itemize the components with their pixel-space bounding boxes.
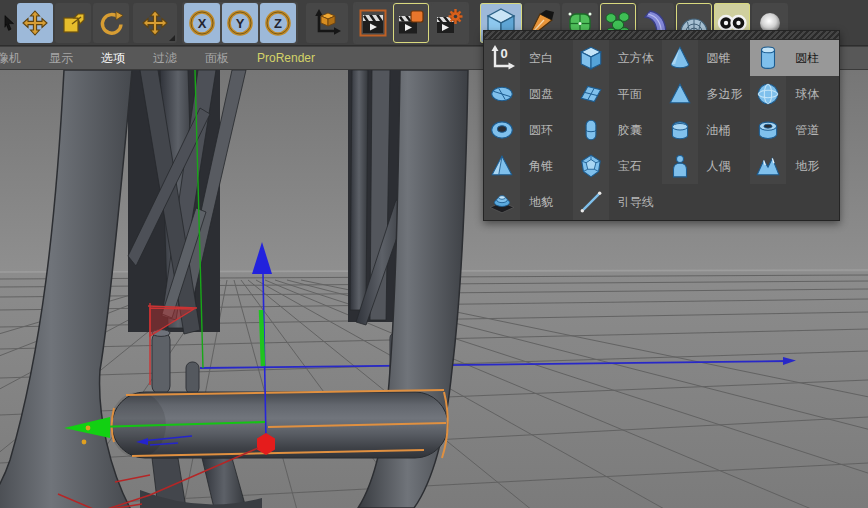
menu-filter[interactable]: 过滤: [153, 50, 177, 67]
selection-arrow-icon: [0, 9, 16, 37]
rotate-tool-button[interactable]: [93, 3, 129, 43]
render-picture-viewer-icon: [396, 8, 426, 38]
primitive-label: 人偶: [698, 158, 731, 175]
primitive-label: 平面: [609, 86, 642, 103]
primitive-item-cone[interactable]: 圆锥: [662, 40, 751, 76]
primitive-item-disc[interactable]: 圆盘: [484, 76, 573, 112]
primitive-item-plane[interactable]: 平面: [573, 76, 662, 112]
move-icon: [141, 9, 169, 37]
null-axis-icon: 0: [484, 40, 520, 76]
primitive-label: 圆盘: [520, 86, 553, 103]
primitives-palette: 0 空白 立方体: [483, 30, 840, 221]
coordinate-system-icon: [312, 8, 342, 38]
primitive-item-null[interactable]: 0 空白: [484, 40, 573, 76]
rotate-icon: [97, 9, 125, 37]
x-letter: X: [198, 16, 207, 31]
cube-icon: [573, 40, 609, 76]
figure-icon: [662, 148, 698, 184]
primitive-label: 圆环: [520, 122, 553, 139]
y-letter: Y: [236, 16, 245, 31]
platonic-icon: [573, 148, 609, 184]
palette-empty-cell: [662, 184, 751, 220]
guide-icon: [573, 184, 609, 220]
primitive-item-cylinder[interactable]: 圆柱: [750, 40, 839, 76]
primitive-item-landscape[interactable]: 地形: [750, 148, 839, 184]
primitives-grid: 0 空白 立方体: [484, 40, 839, 220]
primitive-label: 多边形: [698, 86, 743, 103]
menu-prorender[interactable]: ProRender: [257, 51, 315, 65]
primitive-label: 宝石: [609, 158, 642, 175]
move-icon: [21, 9, 49, 37]
pyramid-icon: [484, 148, 520, 184]
lock-x-axis-button[interactable]: X: [184, 3, 220, 43]
cone-icon: [662, 40, 698, 76]
relief-icon: [484, 184, 520, 220]
y-axis-icon: Y: [225, 8, 255, 38]
primitive-item-relief[interactable]: 地貌: [484, 184, 573, 220]
live-selection-tool[interactable]: [0, 3, 16, 43]
primitive-item-sphere[interactable]: 球体: [750, 76, 839, 112]
menu-panel[interactable]: 面板: [205, 50, 229, 67]
oil-tank-icon: [662, 112, 698, 148]
primitive-label: 角锥: [520, 158, 553, 175]
svg-text:0: 0: [500, 46, 507, 61]
palette-drag-handle[interactable]: [484, 31, 839, 40]
lock-y-axis-button[interactable]: Y: [222, 3, 258, 43]
torus-icon: [484, 112, 520, 148]
primitive-item-oil-tank[interactable]: 油桶: [662, 112, 751, 148]
primitive-label: 立方体: [609, 50, 654, 67]
edit-render-settings-button[interactable]: [431, 3, 467, 43]
primitive-label: 圆柱: [786, 50, 819, 67]
render-view-icon: [358, 8, 388, 38]
primitive-item-tube[interactable]: 管道: [750, 112, 839, 148]
disc-icon: [484, 76, 520, 112]
primitive-item-torus[interactable]: 圆环: [484, 112, 573, 148]
tube-icon: [750, 112, 786, 148]
coordinate-system-button[interactable]: [306, 3, 348, 43]
primitive-label: 圆锥: [698, 50, 731, 67]
menu-display[interactable]: 显示: [49, 50, 73, 67]
scale-icon: [59, 9, 87, 37]
cylinder-icon: [750, 40, 786, 76]
primitive-label: 胶囊: [609, 122, 642, 139]
landscape-icon: [750, 148, 786, 184]
primitive-label: 地形: [786, 158, 819, 175]
palette-empty-cell: [750, 184, 839, 220]
sphere-icon: [750, 76, 786, 112]
render-settings-icon: [434, 8, 464, 38]
move-tool-button[interactable]: [17, 3, 53, 43]
menu-camera[interactable]: 摄像机: [0, 50, 21, 67]
z-letter: Z: [274, 16, 282, 31]
menu-options[interactable]: 选项: [101, 50, 125, 67]
x-axis-icon: X: [187, 8, 217, 38]
cinema4d-window: X Y Z: [0, 0, 868, 508]
plane-icon: [573, 76, 609, 112]
render-to-picture-viewer-button[interactable]: [393, 3, 429, 43]
scale-tool-button[interactable]: [55, 3, 91, 43]
primitive-label: 管道: [786, 122, 819, 139]
primitive-label: 油桶: [698, 122, 731, 139]
primitive-label: 地貌: [520, 194, 553, 211]
primitive-item-pyramid[interactable]: 角锥: [484, 148, 573, 184]
primitive-label: 引导线: [609, 194, 654, 211]
primitive-item-capsule[interactable]: 胶囊: [573, 112, 662, 148]
polygon-icon: [662, 76, 698, 112]
primitive-label: 空白: [520, 50, 553, 67]
primitive-item-cube[interactable]: 立方体: [573, 40, 662, 76]
z-axis-icon: Z: [263, 8, 293, 38]
primitive-item-guide[interactable]: 引导线: [573, 184, 662, 220]
gizmo-y-handle-green[interactable]: [261, 310, 263, 366]
lock-z-axis-button[interactable]: Z: [260, 3, 296, 43]
primitive-item-polygon[interactable]: 多边形: [662, 76, 751, 112]
last-used-tool-button[interactable]: [133, 3, 177, 43]
render-view-button[interactable]: [355, 3, 391, 43]
primitive-item-platonic[interactable]: 宝石: [573, 148, 662, 184]
capsule-icon: [573, 112, 609, 148]
primitive-item-figure[interactable]: 人偶: [662, 148, 751, 184]
primitive-label: 球体: [786, 86, 819, 103]
